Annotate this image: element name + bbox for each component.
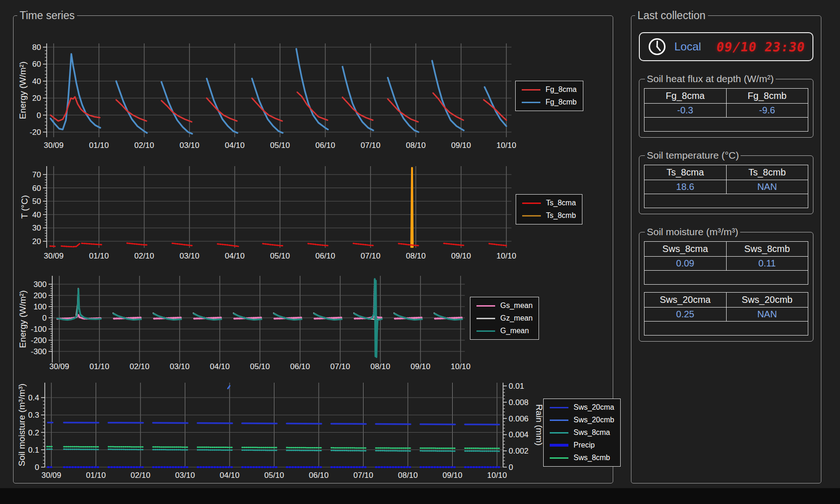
group-title: Last collection — [635, 10, 708, 21]
legend-label: Sws_20cma — [574, 403, 614, 412]
legend-swatch — [550, 432, 568, 434]
value-cell: 0.25 — [644, 308, 727, 322]
svg-text:0.3: 0.3 — [28, 411, 39, 420]
svg-text:200: 200 — [34, 291, 47, 300]
svg-text:40: 40 — [32, 77, 41, 86]
svg-text:07/10: 07/10 — [361, 141, 381, 150]
svg-text:10/10: 10/10 — [487, 471, 507, 480]
clock-time-display: 09/10 23:30 — [715, 40, 806, 54]
svg-text:01/10: 01/10 — [89, 141, 109, 150]
soil-moisture-section: Soil moisture (m³/m³) Sws_8cmaSws_8cmb0.… — [639, 226, 813, 342]
svg-text:05/10: 05/10 — [270, 141, 290, 150]
svg-text:07/10: 07/10 — [361, 252, 381, 260]
legend-item: G_mean — [476, 327, 532, 335]
svg-text:02/10: 02/10 — [134, 141, 154, 150]
svg-text:09/10: 09/10 — [442, 471, 462, 480]
svg-text:0.1: 0.1 — [28, 446, 39, 455]
svg-text:08/10: 08/10 — [406, 141, 426, 150]
column-header: Fg_8cmb — [726, 89, 808, 104]
legend-label: Ts_8cmb — [546, 211, 576, 220]
chart-soil-moisture-rain: 30/0901/1002/1003/1004/1005/1006/1007/10… — [14, 357, 606, 485]
legend-label: Gs_mean — [500, 301, 532, 310]
svg-text:02/10: 02/10 — [134, 252, 154, 260]
legend-swatch — [522, 215, 541, 217]
legend-label: Sws_20cmb — [574, 416, 614, 424]
svg-text:Rain (mm): Rain (mm) — [534, 404, 544, 446]
empty-cell — [644, 322, 808, 336]
column-header: Sws_8cmb — [726, 242, 808, 257]
group-title: Time series — [17, 10, 77, 21]
data-table: Ts_8cmaTs_8cmb18.6NAN — [644, 165, 808, 208]
svg-text:06/10: 06/10 — [315, 141, 336, 150]
svg-text:100: 100 — [34, 302, 47, 311]
chart-legend: Sws_20cmaSws_20cmbSws_8cmaPrecipSws_8cmb — [543, 399, 621, 467]
legend-swatch — [550, 444, 568, 447]
legend-item: Sws_20cma — [550, 403, 614, 412]
svg-text:T (°C): T (°C) — [20, 195, 29, 219]
svg-text:0.4: 0.4 — [28, 393, 39, 402]
svg-text:04/10: 04/10 — [225, 252, 245, 260]
legend-item: Precip — [550, 441, 614, 449]
legend-swatch — [550, 420, 568, 421]
svg-text:0.008: 0.008 — [509, 398, 529, 407]
legend-swatch — [476, 330, 495, 332]
chart-legend: Ts_8cmaTs_8cmb — [516, 194, 582, 224]
legend-label: Sws_8cmb — [574, 454, 610, 462]
legend-label: Sws_8cma — [574, 428, 610, 437]
column-header: Ts_8cmb — [726, 165, 808, 180]
legend-label: G_mean — [500, 327, 529, 335]
column-header: Sws_20cmb — [726, 293, 808, 308]
svg-text:-20: -20 — [29, 128, 41, 137]
svg-text:02/10: 02/10 — [131, 471, 151, 480]
legend-swatch — [550, 457, 568, 459]
svg-text:08/10: 08/10 — [398, 471, 418, 480]
legend-swatch — [550, 407, 568, 408]
data-table: Sws_8cmaSws_8cmb0.090.11 — [644, 241, 808, 285]
svg-text:05/10: 05/10 — [270, 252, 290, 260]
svg-text:0.01: 0.01 — [509, 382, 524, 391]
data-table: Fg_8cmaFg_8cmb-0.3-9.6 — [644, 88, 808, 132]
empty-cell — [644, 118, 808, 132]
svg-text:06/10: 06/10 — [309, 471, 329, 480]
column-header: Ts_8cma — [644, 165, 727, 180]
svg-text:04/10: 04/10 — [225, 141, 245, 150]
column-header: Fg_8cma — [644, 89, 727, 104]
svg-text:01/10: 01/10 — [89, 252, 109, 260]
svg-text:06/10: 06/10 — [315, 252, 336, 260]
legend-item: Gz_mean — [476, 314, 532, 322]
svg-text:0: 0 — [35, 463, 39, 472]
svg-text:30: 30 — [32, 224, 41, 232]
legend-label: Ts_8cma — [546, 199, 576, 207]
legend-item: Ts_8cmb — [522, 211, 576, 220]
svg-text:-200: -200 — [31, 336, 47, 345]
legend-swatch — [522, 102, 540, 103]
legend-label: Fg_8cma — [546, 85, 577, 94]
section-tables: Fg_8cmaFg_8cmb-0.3-9.6 — [644, 88, 808, 132]
column-header: Sws_8cma — [644, 242, 727, 257]
svg-text:20: 20 — [32, 94, 41, 103]
svg-text:Soil moisture (m³/m³): Soil moisture (m³/m³) — [17, 384, 27, 466]
empty-cell — [644, 194, 808, 208]
data-table: Sws_20cmaSws_20cmb0.25NAN — [644, 292, 808, 336]
section-tables: Sws_8cmaSws_8cmb0.090.11Sws_20cmaSws_20c… — [644, 241, 808, 336]
svg-text:03/10: 03/10 — [180, 141, 200, 150]
value-cell: -9.6 — [726, 104, 808, 118]
svg-text:03/10: 03/10 — [180, 252, 200, 260]
bottom-bar — [0, 488, 840, 504]
svg-text:60: 60 — [32, 184, 41, 193]
legend-label: Gz_mean — [500, 314, 532, 322]
legend-item: Fg_8cmb — [522, 98, 577, 106]
empty-cell — [644, 271, 808, 285]
legend-item: Fg_8cma — [522, 85, 577, 94]
last-collection-group: Last collection Local 09/10 23:30 Soil h… — [631, 10, 821, 483]
value-cell: 0.11 — [726, 257, 808, 271]
svg-text:30/09: 30/09 — [44, 141, 64, 150]
legend-item: Gs_mean — [476, 301, 532, 310]
chart-legend: Gs_meanGz_meanG_mean — [470, 297, 539, 340]
svg-text:09/10: 09/10 — [451, 141, 471, 150]
clock-icon — [647, 37, 667, 56]
clock-source-label: Local — [674, 40, 701, 53]
svg-text:05/10: 05/10 — [264, 471, 284, 480]
svg-text:0: 0 — [37, 111, 41, 120]
svg-text:09/10: 09/10 — [451, 252, 471, 260]
